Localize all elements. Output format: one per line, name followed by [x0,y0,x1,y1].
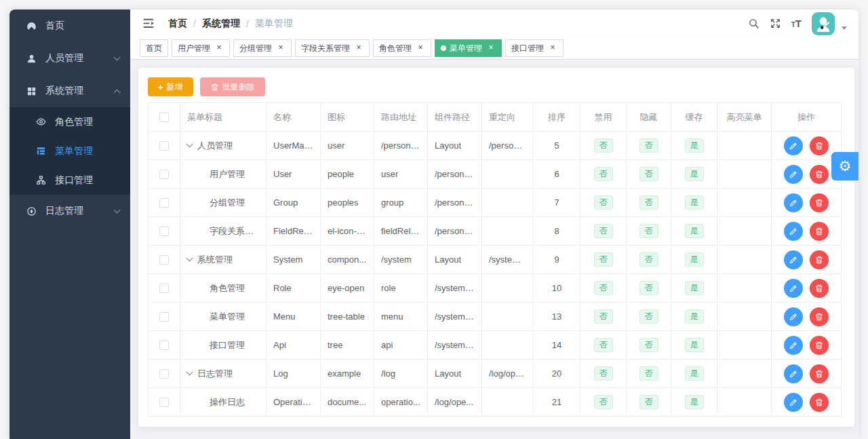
delete-button[interactable] [810,250,829,269]
sidebar-item-菜单管理[interactable]: 菜单管理 [9,136,130,166]
sidebar-item-系统管理[interactable]: 系统管理 [9,75,130,107]
tab-close-icon[interactable]: × [276,43,285,53]
row-checkbox-cell [149,246,180,274]
tab-菜单管理[interactable]: 菜单管理× [435,39,502,57]
row-checkbox[interactable] [159,198,169,208]
caret-down-icon[interactable] [841,25,848,31]
row-checkbox-cell [149,331,180,360]
menu-title-text: 操作日志 [210,397,245,407]
select-all-checkbox[interactable] [159,113,169,122]
tab-角色管理[interactable]: 角色管理× [373,39,431,57]
disabled-tag: 否 [594,338,613,352]
hamburger-icon[interactable] [138,15,159,32]
tab-close-icon[interactable]: × [354,43,363,53]
edit-button[interactable] [784,336,803,355]
cell-path: menu [374,303,428,331]
delete-button[interactable] [810,307,829,326]
batch-delete-button[interactable]: 批量删除 [200,77,265,96]
edit-button[interactable] [784,364,803,383]
edit-button[interactable] [784,193,803,212]
breadcrumb-home[interactable]: 首页 [168,18,187,30]
disabled-tag: 否 [594,167,613,181]
menu-title-text: 接口管理 [210,340,245,350]
tab-close-icon[interactable]: × [486,43,496,53]
row-checkbox[interactable] [159,369,169,379]
cell-sort: 20 [534,360,580,388]
tab-字段关系管理[interactable]: 字段关系管理× [295,39,370,57]
delete-button[interactable] [810,393,829,412]
delete-button[interactable] [810,279,829,298]
delete-button[interactable] [810,336,829,355]
row-checkbox[interactable] [159,284,169,293]
delete-button[interactable] [810,364,829,383]
breadcrumb-system[interactable]: 系统管理 [202,18,240,30]
row-checkbox[interactable] [159,141,169,151]
column-header: 高亮菜单 [717,103,772,132]
font-size-icon[interactable]: TT [791,18,802,28]
tab-首页[interactable]: 首页 [140,39,168,57]
eye-open-icon [35,117,46,128]
table-row: 接口管理Apitreeapi/system/...14否否是 [149,331,842,360]
edit-button[interactable] [784,165,803,184]
cell-actions [772,274,842,303]
cache-tag: 是 [685,281,704,295]
cell-component: /personn... [428,189,482,217]
cell-hidden: 否 [627,303,671,331]
expand-caret-icon[interactable] [186,140,193,147]
row-checkbox[interactable] [159,227,169,236]
cell-actions [772,303,842,331]
tab-接口管理[interactable]: 接口管理× [505,39,564,57]
delete-button[interactable] [810,136,829,155]
edit-button[interactable] [784,222,803,241]
row-checkbox-cell [149,274,180,303]
cell-component: /system/... [428,331,482,360]
tab-close-icon[interactable]: × [548,43,557,53]
settings-panel-button[interactable]: ⚙ [831,152,859,180]
tab-分组管理[interactable]: 分组管理× [233,39,292,57]
hidden-tag: 否 [639,281,658,295]
sidebar-item-首页[interactable]: 首页 [9,9,130,42]
cell-icon: eye-open [321,274,374,303]
cell-highlight [717,160,772,189]
row-checkbox[interactable] [159,398,169,407]
sidebar-item-角色管理[interactable]: 角色管理 [9,107,130,136]
edit-button[interactable] [784,136,803,155]
fullscreen-icon[interactable] [770,18,781,29]
tab-label: 字段关系管理 [301,43,350,54]
cell-actions [772,189,842,217]
row-checkbox[interactable] [159,255,169,265]
expand-caret-icon[interactable] [186,254,193,261]
edit-button[interactable] [784,279,803,298]
edit-button[interactable] [784,307,803,326]
cell-hidden: 否 [627,246,671,274]
column-header: 组件路径 [428,103,482,132]
delete-button[interactable] [810,193,829,212]
cell-sort: 14 [534,331,580,360]
tab-label: 接口管理 [511,43,544,54]
row-checkbox[interactable] [159,341,169,350]
tab-用户管理[interactable]: 用户管理× [172,39,230,57]
avatar[interactable] [812,12,835,35]
row-checkbox[interactable] [159,312,169,322]
cell-name: Log [267,360,321,388]
sidebar-item-接口管理[interactable]: 接口管理 [9,166,130,195]
expand-caret-icon[interactable] [186,368,193,375]
delete-button[interactable] [810,222,829,241]
row-checkbox-cell [149,303,180,331]
sidebar-item-人员管理[interactable]: 人员管理 [9,42,130,75]
tab-close-icon[interactable]: × [416,43,425,53]
tab-label: 角色管理 [379,43,412,54]
cell-path: api [374,331,428,360]
hidden-tag: 否 [639,309,658,324]
sidebar-item-日志管理[interactable]: 日志管理 [9,195,130,227]
edit-button[interactable] [784,393,803,412]
tab-close-icon[interactable]: × [214,43,224,53]
edit-button[interactable] [784,250,803,269]
add-button[interactable]: + 新增 [148,77,193,96]
delete-button[interactable] [810,165,829,184]
row-checkbox[interactable] [159,170,169,179]
hidden-tag: 否 [639,338,658,352]
search-icon[interactable] [748,18,760,29]
cell-component: Layout [428,360,482,388]
cell-title: 接口管理 [180,331,267,360]
